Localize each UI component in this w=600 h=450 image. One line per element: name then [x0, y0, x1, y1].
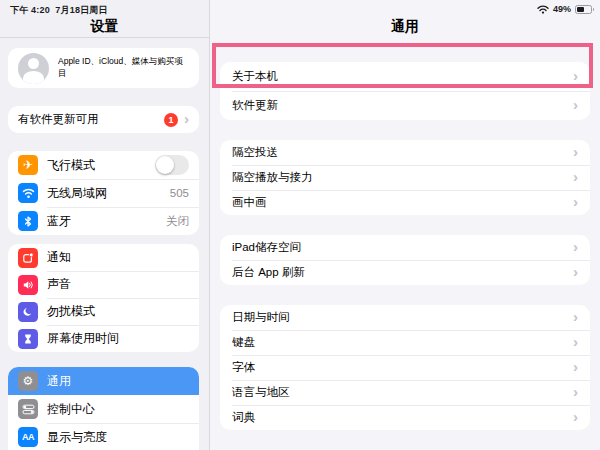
- detail-item-ipad-storage[interactable]: iPad储存空间 ›: [220, 235, 590, 260]
- wifi-status-icon: [537, 5, 549, 14]
- detail-item-date-time[interactable]: 日期与时间 ›: [220, 305, 590, 330]
- detail-item-airdrop[interactable]: 隔空投送 ›: [220, 140, 590, 165]
- sidebar-item-bluetooth[interactable]: 蓝牙 关闭: [8, 207, 199, 235]
- chevron-right-icon: ›: [573, 169, 578, 184]
- detail-item-label: iPad储存空间: [232, 240, 567, 255]
- status-date: 7月18日周日: [55, 5, 107, 15]
- chevron-right-icon: ›: [573, 359, 578, 374]
- status-time-date: 下午 4:20 7月18日周日: [10, 4, 108, 17]
- detail-item-label: 隔空播放与接力: [232, 170, 567, 185]
- update-banner-label: 有软件更新可用: [18, 112, 158, 127]
- detail-item-label: 字体: [232, 360, 567, 375]
- display-brightness-icon: AA: [18, 427, 38, 447]
- sidebar-item-screen-time[interactable]: 屏幕使用时间: [8, 325, 199, 352]
- moon-icon: [18, 302, 38, 322]
- control-center-icon: [18, 399, 38, 419]
- chevron-right-icon: ›: [573, 309, 578, 324]
- sidebar-item-notifications[interactable]: 通知: [8, 244, 199, 271]
- sidebar-item-label: 飞行模式: [47, 157, 146, 174]
- detail-item-keyboard[interactable]: 键盘 ›: [220, 330, 590, 355]
- chevron-right-icon: ›: [573, 264, 578, 279]
- bluetooth-state-value: 关闭: [166, 214, 189, 229]
- chevron-right-icon: ›: [573, 409, 578, 424]
- sounds-icon: [18, 275, 38, 295]
- detail-item-label: 画中画: [232, 195, 567, 210]
- detail-item-about[interactable]: 关于本机 ›: [220, 62, 590, 91]
- wlan-network-value: 505: [170, 187, 189, 199]
- chevron-right-icon: ›: [573, 144, 578, 159]
- status-indicators: 49%: [537, 4, 592, 14]
- hourglass-icon: [18, 329, 38, 349]
- sidebar-item-label: 勿扰模式: [47, 303, 189, 320]
- sidebar-item-airplane-mode[interactable]: ✈ 飞行模式: [8, 151, 199, 179]
- sidebar-item-display-brightness[interactable]: AA 显示与亮度: [8, 423, 199, 450]
- sidebar-item-sounds[interactable]: 声音: [8, 271, 199, 298]
- bluetooth-icon: [18, 211, 38, 231]
- chevron-right-icon: ›: [573, 68, 578, 83]
- sidebar-item-general[interactable]: ⚙ 通用: [8, 367, 199, 395]
- avatar: [18, 53, 49, 84]
- detail-item-airplay-handoff[interactable]: 隔空播放与接力 ›: [220, 165, 590, 190]
- software-update-banner[interactable]: 有软件更新可用 1 ›: [8, 106, 199, 133]
- apple-id-row[interactable]: Apple ID、iCloud、媒体与购买项目: [8, 48, 199, 88]
- sidebar-title: 设置: [0, 18, 209, 38]
- sidebar-item-do-not-disturb[interactable]: 勿扰模式: [8, 298, 199, 325]
- sidebar-item-label: 声音: [47, 276, 189, 293]
- general-detail-pane: 通用 关于本机 › 软件更新 › 隔空投送 › 隔空播: [210, 0, 600, 450]
- airplane-mode-toggle[interactable]: [155, 155, 189, 175]
- sidebar-item-label: 无线局域网: [47, 185, 161, 202]
- detail-item-label: 语言与地区: [232, 385, 567, 400]
- detail-item-label: 隔空投送: [232, 145, 567, 160]
- gear-icon: ⚙: [18, 371, 38, 391]
- update-count-badge: 1: [164, 113, 178, 127]
- chevron-right-icon: ›: [573, 194, 578, 209]
- detail-item-software-update[interactable]: 软件更新 ›: [220, 91, 590, 120]
- sidebar-item-label: 蓝牙: [47, 213, 157, 230]
- detail-item-fonts[interactable]: 字体 ›: [220, 355, 590, 380]
- sidebar-item-label: 显示与亮度: [47, 429, 189, 446]
- detail-item-label: 日期与时间: [232, 310, 567, 325]
- apple-id-label: Apple ID、iCloud、媒体与购买项目: [58, 56, 189, 80]
- chevron-right-icon: ›: [573, 384, 578, 399]
- chevron-right-icon: ›: [573, 334, 578, 349]
- sidebar-item-label: 通用: [47, 373, 189, 390]
- battery-percent-label: 49%: [553, 4, 571, 14]
- sidebar-item-label: 控制中心: [47, 401, 189, 418]
- settings-sidebar: 设置 Apple ID、iCloud、媒体与购买项目 有软件更新可用 1 ›: [0, 0, 210, 450]
- sidebar-item-wlan[interactable]: 无线局域网 505: [8, 179, 199, 207]
- chevron-right-icon: ›: [573, 239, 578, 254]
- sidebar-item-control-center[interactable]: 控制中心: [8, 395, 199, 423]
- detail-item-label: 软件更新: [232, 98, 567, 113]
- sidebar-item-label: 屏幕使用时间: [47, 330, 189, 347]
- detail-item-label: 关于本机: [232, 69, 567, 84]
- detail-item-label: 键盘: [232, 335, 567, 350]
- battery-icon: [575, 5, 592, 14]
- status-time: 下午 4:20: [10, 5, 50, 15]
- detail-item-label: 词典: [232, 410, 567, 425]
- detail-item-label: 后台 App 刷新: [232, 265, 567, 280]
- wifi-icon: [18, 183, 38, 203]
- detail-item-background-app-refresh[interactable]: 后台 App 刷新 ›: [220, 260, 590, 285]
- detail-item-picture-in-picture[interactable]: 画中画 ›: [220, 190, 590, 215]
- detail-item-language-region[interactable]: 语言与地区 ›: [220, 380, 590, 405]
- notifications-icon: [18, 248, 38, 268]
- sidebar-item-label: 通知: [47, 249, 189, 266]
- chevron-right-icon: ›: [573, 97, 578, 112]
- chevron-right-icon: ›: [184, 111, 189, 126]
- settings-app-window: 下午 4:20 7月18日周日 49% 设置 Apple ID、iCloud、媒…: [0, 0, 600, 450]
- detail-item-dictionary[interactable]: 词典 ›: [220, 405, 590, 430]
- airplane-icon: ✈: [18, 155, 38, 175]
- detail-title: 通用: [210, 18, 600, 38]
